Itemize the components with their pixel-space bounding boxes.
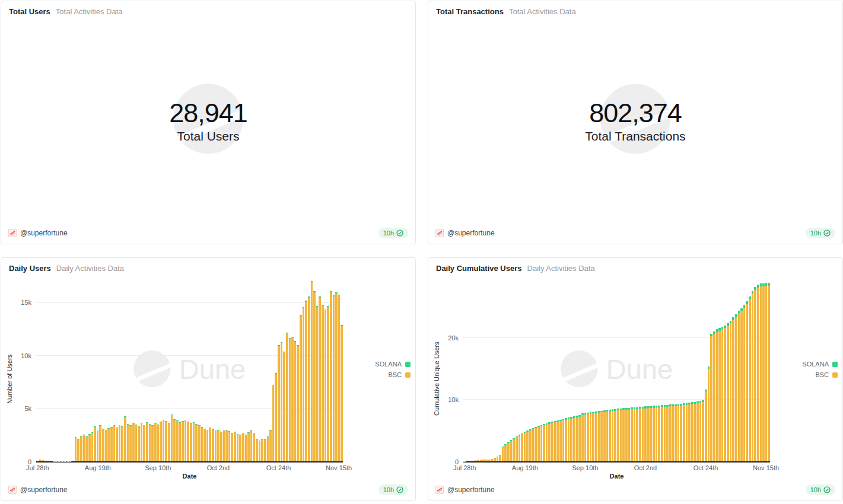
bar[interactable] (650, 276, 653, 461)
bar[interactable] (42, 276, 44, 461)
bar[interactable] (325, 276, 327, 461)
bar[interactable] (743, 276, 746, 461)
bar[interactable] (606, 276, 609, 461)
bar[interactable] (738, 276, 740, 461)
bar[interactable] (63, 276, 66, 461)
bar[interactable] (47, 276, 50, 461)
bar[interactable] (603, 276, 606, 461)
bar[interactable] (110, 276, 113, 461)
bar[interactable] (157, 276, 160, 461)
bar[interactable] (201, 276, 203, 461)
bar[interactable] (91, 276, 94, 461)
bar[interactable] (680, 276, 682, 461)
bar[interactable] (88, 276, 91, 461)
bar[interactable] (521, 276, 523, 461)
bar[interactable] (316, 276, 319, 461)
bar[interactable] (494, 276, 496, 461)
bar[interactable] (179, 276, 182, 461)
bar[interactable] (44, 276, 47, 461)
bar[interactable] (529, 276, 532, 461)
bar[interactable] (590, 276, 592, 461)
bar[interactable] (765, 276, 768, 461)
bar[interactable] (768, 276, 770, 461)
bar[interactable] (264, 276, 266, 461)
bar[interactable] (322, 276, 324, 461)
bar[interactable] (253, 276, 255, 461)
bar[interactable] (283, 276, 285, 461)
bar[interactable] (195, 276, 198, 461)
bar[interactable] (686, 276, 688, 461)
bar[interactable] (135, 276, 138, 461)
bar[interactable] (716, 276, 718, 461)
bar[interactable] (463, 276, 466, 461)
bar[interactable] (472, 276, 474, 461)
bar[interactable] (256, 276, 258, 461)
bar[interactable] (497, 276, 499, 461)
bar[interactable] (286, 276, 288, 461)
bar[interactable] (228, 276, 231, 461)
bar[interactable] (702, 276, 704, 461)
bar[interactable] (595, 276, 597, 461)
bar[interactable] (294, 276, 297, 461)
panel-title[interactable]: Daily Cumulative Users (436, 264, 522, 273)
bar[interactable] (338, 276, 341, 461)
bar[interactable] (642, 276, 644, 461)
bar[interactable] (708, 276, 710, 461)
bar[interactable] (535, 276, 537, 461)
refresh-badge[interactable]: 10h (806, 484, 835, 495)
bar[interactable] (540, 276, 543, 461)
refresh-badge[interactable]: 10h (806, 228, 835, 238)
bar[interactable] (217, 276, 220, 461)
bar[interactable] (526, 276, 529, 461)
bar[interactable] (699, 276, 702, 461)
bar[interactable] (548, 276, 551, 461)
bar[interactable] (245, 276, 247, 461)
bar[interactable] (83, 276, 85, 461)
bar[interactable] (691, 276, 694, 461)
bar[interactable] (267, 276, 269, 461)
bar[interactable] (730, 276, 732, 461)
bar[interactable] (721, 276, 724, 461)
bar[interactable] (556, 276, 559, 461)
bar[interactable] (58, 276, 61, 461)
bar[interactable] (760, 276, 762, 461)
bar[interactable] (644, 276, 647, 461)
bar[interactable] (669, 276, 672, 461)
bar[interactable] (247, 276, 250, 461)
bar[interactable] (275, 276, 277, 461)
bar[interactable] (576, 276, 578, 461)
bar[interactable] (757, 276, 759, 461)
bar[interactable] (578, 276, 581, 461)
bar[interactable] (193, 276, 195, 461)
bar[interactable] (502, 276, 504, 461)
panel-title[interactable]: Total Users (9, 7, 50, 16)
bar[interactable] (102, 276, 104, 461)
bar[interactable] (107, 276, 110, 461)
bar[interactable] (36, 276, 39, 461)
bar[interactable] (749, 276, 751, 461)
bar[interactable] (269, 276, 272, 461)
bar[interactable] (661, 276, 663, 461)
bar[interactable] (664, 276, 666, 461)
bar[interactable] (53, 276, 55, 461)
bar[interactable] (330, 276, 332, 461)
bar[interactable] (565, 276, 567, 461)
bar[interactable] (620, 276, 622, 461)
bar[interactable] (250, 276, 253, 461)
bar[interactable] (524, 276, 526, 461)
bar[interactable] (614, 276, 616, 461)
bar[interactable] (675, 276, 677, 461)
bar[interactable] (203, 276, 206, 461)
bar[interactable] (105, 276, 107, 461)
bar[interactable] (272, 276, 275, 461)
bar[interactable] (554, 276, 556, 461)
bar[interactable] (206, 276, 209, 461)
bar[interactable] (559, 276, 562, 461)
bar[interactable] (475, 276, 477, 461)
bar[interactable] (124, 276, 126, 461)
bar[interactable] (281, 276, 283, 461)
bar[interactable] (639, 276, 641, 461)
bar[interactable] (151, 276, 154, 461)
bar[interactable] (573, 276, 575, 461)
bar[interactable] (212, 276, 214, 461)
